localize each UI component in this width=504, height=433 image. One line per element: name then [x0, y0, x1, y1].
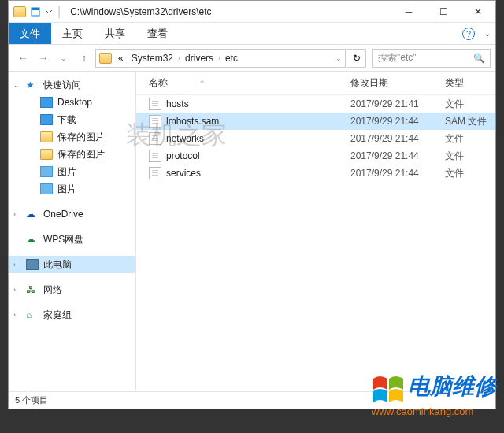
- logo-overlay: 电脑维修 www.caominkang.com: [372, 372, 496, 417]
- folder-icon: [40, 131, 53, 142]
- navigation-bar: ← → ⌄ ↑ « System32 › drivers › etc ⌄ ↻ 搜…: [9, 45, 495, 72]
- sidebar-item-savedpics[interactable]: 保存的图片: [9, 146, 135, 163]
- sidebar-item-onedrive[interactable]: ›☁OneDrive: [9, 205, 135, 223]
- close-button[interactable]: ✕: [461, 1, 495, 23]
- recent-dropdown-icon[interactable]: ⌄: [54, 49, 73, 68]
- chevron-right-icon[interactable]: ›: [13, 286, 16, 294]
- up-button[interactable]: ↑: [75, 49, 94, 68]
- chevron-right-icon[interactable]: ›: [178, 54, 180, 62]
- file-icon: [149, 98, 161, 110]
- tab-share[interactable]: 共享: [94, 23, 136, 44]
- overlay-url: www.caominkang.com: [372, 405, 496, 417]
- file-icon: [149, 150, 161, 162]
- sidebar-item-thispc[interactable]: ›此电脑: [9, 256, 135, 273]
- download-icon: [40, 114, 53, 125]
- ribbon-expand-icon[interactable]: ⌄: [484, 29, 491, 38]
- chevron-down-icon[interactable]: ⌄: [13, 81, 20, 89]
- folder-icon: [40, 149, 53, 160]
- search-icon[interactable]: 🔍: [473, 53, 485, 64]
- star-icon: ★: [26, 80, 39, 91]
- window-title: C:\Windows\System32\drivers\etc: [65, 6, 391, 17]
- sidebar-item-pictures[interactable]: 图片: [9, 180, 135, 198]
- forward-button[interactable]: →: [34, 49, 53, 68]
- titlebar[interactable]: | C:\Windows\System32\drivers\etc ─ ☐ ✕: [9, 1, 495, 23]
- ribbon-tabs: 文件 主页 共享 查看 ⌄ ?: [9, 23, 495, 45]
- qat-separator: |: [57, 5, 61, 19]
- chevron-right-icon[interactable]: ›: [13, 210, 16, 218]
- sidebar-item-homegroup[interactable]: ›⌂家庭组: [9, 306, 135, 324]
- file-icon: [149, 132, 161, 145]
- pictures-icon: [40, 166, 53, 177]
- sidebar-item-quickaccess[interactable]: ⌄ ★ 快速访问: [9, 76, 135, 94]
- file-row[interactable]: protocol2017/9/29 21:44文件: [136, 147, 495, 165]
- tab-home[interactable]: 主页: [51, 23, 94, 44]
- file-row[interactable]: networks2017/9/29 21:44文件: [136, 130, 495, 147]
- refresh-button[interactable]: ↻: [347, 49, 366, 68]
- properties-icon[interactable]: [31, 7, 40, 17]
- file-icon: [149, 115, 161, 128]
- navigation-pane[interactable]: ⌄ ★ 快速访问 Desktop 下载 保存的图片 保存的图片 图片 图片 ›☁…: [9, 72, 136, 391]
- search-input[interactable]: 搜索"etc" 🔍: [372, 49, 491, 68]
- file-icon: [149, 167, 161, 179]
- folder-icon: [99, 53, 112, 64]
- folder-icon: [13, 6, 26, 17]
- network-icon: 🖧: [26, 284, 39, 295]
- file-rows: hosts2017/9/29 21:41文件 lmhosts.sam2017/9…: [136, 95, 495, 391]
- column-headers: 名称⌃ 修改日期 类型: [136, 72, 495, 95]
- breadcrumb-segment[interactable]: etc: [222, 53, 241, 64]
- chevron-right-icon[interactable]: ›: [13, 311, 16, 319]
- tab-view[interactable]: 查看: [136, 23, 179, 44]
- address-bar[interactable]: « System32 › drivers › etc ⌄: [95, 49, 346, 68]
- homegroup-icon: ⌂: [26, 309, 39, 320]
- qat-dropdown-icon[interactable]: [45, 8, 53, 16]
- pictures-icon: [40, 183, 53, 194]
- windows-logo-icon: [372, 376, 405, 405]
- desktop-icon: [40, 97, 53, 108]
- onedrive-icon: ☁: [26, 209, 39, 220]
- status-text: 5 个项目: [15, 394, 48, 406]
- sidebar-item-network[interactable]: ›🖧网络: [9, 281, 135, 298]
- sidebar-item-pictures[interactable]: 图片: [9, 163, 135, 180]
- file-row[interactable]: services2017/9/29 21:44文件: [136, 165, 495, 182]
- file-row[interactable]: lmhosts.sam2017/9/29 21:44SAM 文件: [136, 113, 495, 130]
- wps-icon: ☁: [26, 234, 39, 245]
- maximize-button[interactable]: ☐: [426, 1, 461, 23]
- sidebar-item-savedpics[interactable]: 保存的图片: [9, 128, 135, 146]
- column-type[interactable]: 类型: [445, 76, 495, 90]
- column-date[interactable]: 修改日期: [350, 76, 445, 90]
- address-dropdown-icon[interactable]: ⌄: [335, 54, 342, 62]
- file-list-pane[interactable]: 名称⌃ 修改日期 类型 hosts2017/9/29 21:41文件 lmhos…: [136, 72, 495, 391]
- breadcrumb-segment[interactable]: drivers: [182, 53, 217, 64]
- overlay-title: 电脑维修: [408, 374, 496, 398]
- pc-icon: [26, 259, 39, 270]
- svg-rect-1: [32, 8, 39, 10]
- help-icon[interactable]: ?: [462, 28, 475, 40]
- column-name[interactable]: 名称⌃: [149, 76, 350, 90]
- quick-access-toolbar: |: [9, 5, 65, 19]
- minimize-button[interactable]: ─: [391, 1, 426, 23]
- back-button[interactable]: ←: [13, 49, 32, 68]
- sidebar-label: 快速访问: [43, 79, 81, 92]
- chevron-right-icon[interactable]: ›: [218, 54, 220, 62]
- sort-indicator-icon: ⌃: [199, 80, 206, 87]
- breadcrumb-ellipsis[interactable]: «: [115, 53, 127, 64]
- sidebar-item-downloads[interactable]: 下载: [9, 111, 135, 128]
- file-explorer-window: | C:\Windows\System32\drivers\etc ─ ☐ ✕ …: [8, 0, 496, 409]
- sidebar-item-wps[interactable]: ☁WPS网盘: [9, 231, 135, 248]
- search-placeholder: 搜索"etc": [378, 51, 417, 65]
- chevron-right-icon[interactable]: ›: [13, 261, 16, 268]
- tab-file[interactable]: 文件: [9, 23, 51, 44]
- breadcrumb-segment[interactable]: System32: [128, 53, 176, 64]
- sidebar-item-desktop[interactable]: Desktop: [9, 94, 135, 111]
- file-row[interactable]: hosts2017/9/29 21:41文件: [136, 95, 495, 113]
